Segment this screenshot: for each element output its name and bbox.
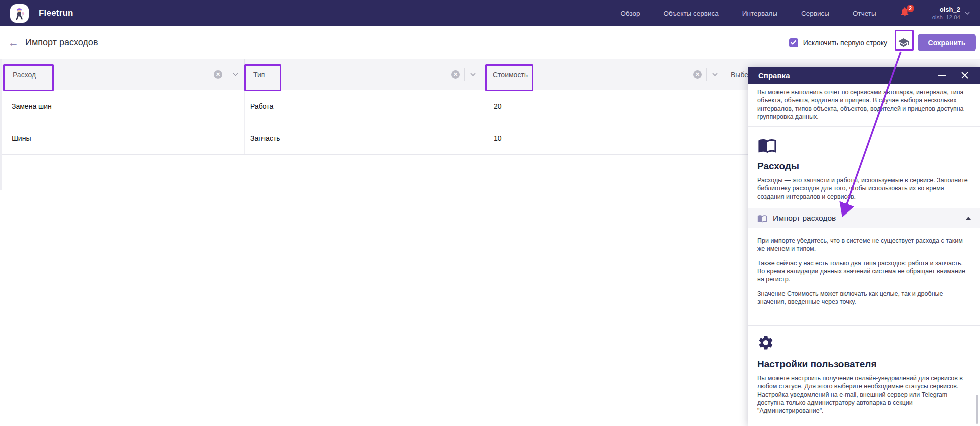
help-tour-button[interactable]: [896, 35, 911, 51]
subsection-title: Импорт расходов: [773, 214, 836, 223]
help-section-user-settings: Настройки пользователя Вы можете настрои…: [748, 326, 980, 422]
cell-expense: Шины: [0, 122, 245, 154]
column-header-cost[interactable]: Стоимость ✕: [482, 59, 724, 90]
collapse-arrow-icon[interactable]: [966, 217, 971, 220]
exclude-first-row-checkbox[interactable]: [789, 38, 798, 47]
column-label: Расход: [13, 71, 36, 79]
fleetrun-logo[interactable]: [10, 4, 29, 23]
chevron-down-icon: [233, 73, 238, 76]
clear-filter-icon[interactable]: ✕: [214, 70, 222, 79]
import-help-paragraph: Значение Стоимость может включать как це…: [757, 290, 971, 306]
divider: [227, 68, 227, 81]
help-intro-text: Вы можете выполнить отчет по сервисами а…: [757, 84, 971, 121]
user-account: olsh_12.04: [932, 14, 960, 21]
section-heading: Настройки пользователя: [757, 359, 971, 370]
panel-scrollbar[interactable]: [976, 395, 978, 424]
user-name: olsh_2: [932, 6, 960, 14]
cell-type: Работа: [245, 90, 482, 122]
exclude-first-row-label[interactable]: Исключить первую строку: [803, 39, 887, 47]
column-header-expense[interactable]: Расход ✕: [0, 59, 245, 90]
column-label: Стоимость: [493, 71, 528, 79]
notifications-button[interactable]: 2: [899, 6, 912, 21]
column-dropdown-button[interactable]: [711, 72, 719, 77]
book-icon: [757, 137, 777, 153]
nav-menu: Обзор Объекты сервиса Интервалы Сервисы …: [621, 10, 876, 17]
nav-item-overview[interactable]: Обзор: [621, 10, 640, 17]
import-help-paragraph: Также сейчас у нас есть только два типа …: [757, 259, 971, 284]
cell-expense: Замена шин: [0, 90, 245, 122]
cell-type: Запчасть: [245, 122, 482, 154]
column-label: Тип: [253, 71, 265, 79]
chevron-down-icon: [712, 73, 718, 76]
cell-cost: 20: [482, 90, 724, 122]
help-panel: Справка Вы можете выполнить отчет по сер…: [748, 67, 980, 426]
column-dropdown-button[interactable]: [469, 72, 477, 77]
cell-cost: 10: [482, 122, 724, 154]
section-text: Вы можете настроить получение онлайн-уве…: [757, 374, 971, 415]
import-help-paragraph: При импорте убедитесь, что в системе не …: [757, 237, 971, 253]
table-left-edge: [0, 59, 2, 190]
page-header: ← Импорт расходов Исключить первую строк…: [0, 26, 980, 59]
clear-filter-icon[interactable]: ✕: [451, 70, 460, 79]
save-button[interactable]: Сохранить: [918, 34, 976, 51]
page-title: Импорт расходов: [25, 37, 98, 48]
clear-filter-icon[interactable]: ✕: [693, 70, 702, 79]
book-small-icon: [757, 214, 767, 223]
column-header-type[interactable]: Тип ✕: [245, 59, 482, 90]
notification-badge: 2: [907, 5, 914, 12]
gear-icon: [757, 334, 774, 351]
help-subsection-import-expenses[interactable]: Импорт расходов: [748, 208, 980, 228]
graduation-cap-icon: [898, 37, 909, 48]
nav-item-intervals[interactable]: Интервалы: [742, 10, 777, 17]
help-panel-title: Справка: [758, 71, 790, 80]
section-text: Расходы — это запчасти и работы, использ…: [757, 176, 971, 201]
chevron-down-icon: [965, 12, 970, 15]
checkmark-icon: [791, 40, 796, 45]
top-navbar: Fleetrun Обзор Объекты сервиса Интервалы…: [0, 0, 980, 26]
mechanic-icon: [14, 7, 26, 20]
close-icon[interactable]: [960, 70, 970, 80]
divider: [706, 68, 707, 81]
nav-item-reports[interactable]: Отчеты: [853, 10, 876, 17]
help-panel-header: Справка: [748, 67, 980, 84]
help-section-expenses: Расходы Расходы — это запчасти и работы,…: [748, 127, 980, 208]
nav-item-services[interactable]: Сервисы: [801, 10, 829, 17]
back-arrow-icon[interactable]: ←: [8, 37, 19, 48]
chevron-down-icon: [470, 73, 476, 76]
divider: [464, 68, 465, 81]
minimize-icon[interactable]: [936, 73, 948, 78]
column-dropdown-button[interactable]: [232, 72, 239, 77]
section-heading: Расходы: [757, 161, 971, 172]
nav-item-service-objects[interactable]: Объекты сервиса: [664, 10, 719, 17]
brand-name: Fleetrun: [39, 8, 73, 18]
user-menu[interactable]: olsh_2 olsh_12.04: [932, 6, 970, 21]
